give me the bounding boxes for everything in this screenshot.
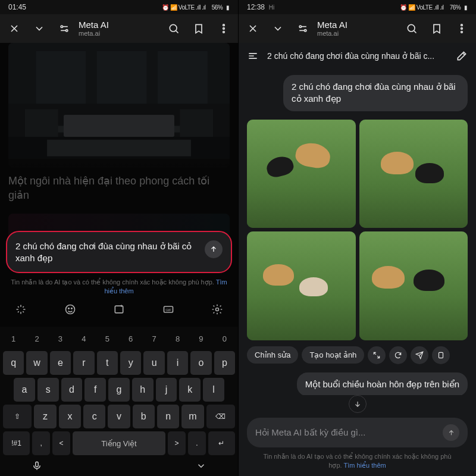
generated-image-3[interactable]	[247, 231, 356, 340]
generated-image-4[interactable]	[359, 231, 468, 340]
search-icon[interactable]	[401, 18, 422, 39]
key-backspace[interactable]: ⌫	[206, 405, 235, 428]
prompt-input-text[interactable]: 2 chú chó đang chơi đùa cùng nhau ở bãi …	[15, 240, 200, 264]
key-space[interactable]: Tiếng Việt	[73, 431, 165, 455]
bookmark-icon[interactable]	[188, 18, 209, 39]
share-icon[interactable]	[411, 346, 428, 364]
suggestion-caption: Một ngôi nhà hiện đại theo phong cách tố…	[8, 174, 230, 203]
image-add-icon[interactable]	[110, 300, 128, 318]
key-0[interactable]: 0	[214, 329, 235, 348]
bookmark-icon[interactable]	[426, 18, 447, 39]
gear-icon[interactable]	[208, 300, 226, 318]
prompt-placeholder: Hỏi Meta AI bất kỳ điều gì...	[255, 427, 438, 438]
key-7[interactable]: 7	[143, 329, 164, 348]
image-actions: Chỉnh sửa Tạo hoạt ảnh	[247, 346, 468, 364]
expand-icon[interactable]	[368, 346, 386, 364]
generated-image-2[interactable]	[359, 120, 468, 228]
key-shift[interactable]: ⇧	[3, 405, 32, 428]
send-button[interactable]	[205, 240, 223, 258]
page-title[interactable]: Meta AI meta.ai	[79, 20, 159, 37]
chevron-down-icon[interactable]	[267, 18, 289, 39]
menu-icon[interactable]	[245, 48, 261, 64]
scroll-to-bottom-button[interactable]	[349, 395, 367, 413]
key-k[interactable]: k	[179, 378, 201, 402]
key-d[interactable]: d	[61, 378, 83, 402]
svg-point-27	[408, 24, 415, 32]
key-a[interactable]: a	[14, 378, 35, 402]
key-9[interactable]: 9	[190, 329, 211, 348]
key-x[interactable]: x	[59, 405, 81, 428]
svg-point-5	[223, 32, 225, 33]
key-v[interactable]: v	[108, 405, 130, 428]
more-menu-icon[interactable]	[213, 18, 234, 39]
edit-button[interactable]: Chỉnh sửa	[247, 346, 298, 364]
key-5[interactable]: 5	[97, 329, 118, 348]
animate-button[interactable]: Tạo hoạt ảnh	[302, 346, 364, 364]
settings-sliders-icon[interactable]	[54, 18, 75, 39]
key-symbols[interactable]: !#1	[3, 431, 30, 455]
chat-composer-area: Hỏi Meta AI bất kỳ điều gì... Tin nhắn l…	[239, 395, 476, 476]
key-m[interactable]: m	[181, 405, 203, 428]
keyboard[interactable]: 1 2 3 4 5 6 7 8 9 0 q w e r t y u i o p …	[0, 327, 238, 476]
chat-content[interactable]: 2 chú chó đang chơi đùa cùng nhau ở bãi …	[239, 69, 476, 395]
key-4[interactable]: 4	[73, 329, 94, 348]
suggestion-image[interactable]	[8, 43, 230, 168]
svg-rect-31	[439, 352, 443, 358]
settings-sliders-icon[interactable]	[292, 18, 314, 39]
close-icon[interactable]	[4, 18, 25, 39]
key-l[interactable]: l	[203, 378, 224, 402]
key-s[interactable]: s	[37, 378, 59, 402]
key-3[interactable]: 3	[50, 329, 71, 348]
mic-icon[interactable]	[32, 461, 42, 474]
key-f[interactable]: f	[84, 378, 106, 402]
regenerate-icon[interactable]	[389, 346, 407, 364]
status-icons: ⏰ 📶 VoLTE .ıll .ıl 76% ▮	[400, 4, 468, 11]
key-i[interactable]: i	[167, 351, 188, 375]
key-lang-prev[interactable]: <	[52, 431, 70, 455]
compose-icon[interactable]	[453, 48, 470, 64]
svg-point-2	[170, 24, 177, 32]
key-y[interactable]: y	[120, 351, 141, 375]
key-1[interactable]: 1	[3, 329, 24, 348]
key-q[interactable]: q	[3, 351, 24, 375]
prompt-input-highlighted[interactable]: 2 chú chó đang chơi đùa cùng nhau ở bãi …	[6, 231, 232, 273]
key-8[interactable]: 8	[167, 329, 188, 348]
key-c[interactable]: c	[83, 405, 105, 428]
prompt-input[interactable]: Hỏi Meta AI bất kỳ điều gì...	[247, 418, 468, 447]
key-j[interactable]: j	[156, 378, 177, 402]
keyboard-collapse-icon[interactable]	[196, 461, 206, 474]
more-menu-icon[interactable]	[451, 18, 472, 39]
key-g[interactable]: g	[108, 378, 130, 402]
key-e[interactable]: e	[50, 351, 71, 375]
key-t[interactable]: t	[97, 351, 118, 375]
key-o[interactable]: o	[190, 351, 211, 375]
key-dot[interactable]: .	[188, 431, 206, 455]
key-2[interactable]: 2	[26, 329, 47, 348]
key-h[interactable]: h	[132, 378, 154, 402]
generated-image-1[interactable]	[247, 120, 356, 228]
chevron-down-icon[interactable]	[29, 18, 50, 39]
svg-point-0	[61, 26, 62, 27]
key-enter[interactable]: ↵	[208, 431, 235, 455]
key-z[interactable]: z	[34, 405, 56, 428]
emoji-icon[interactable]	[61, 300, 79, 318]
key-n[interactable]: n	[157, 405, 179, 428]
phone-right: 12:38 Hi ⏰ 📶 VoLTE .ıll .ıl 76% ▮ Meta A…	[238, 0, 476, 476]
save-icon[interactable]	[432, 346, 450, 364]
close-icon[interactable]	[242, 18, 264, 39]
key-r[interactable]: r	[73, 351, 94, 375]
key-w[interactable]: w	[26, 351, 47, 375]
gif-icon[interactable]: GIF	[159, 300, 177, 318]
key-b[interactable]: b	[133, 405, 155, 428]
search-icon[interactable]	[163, 18, 184, 39]
key-u[interactable]: u	[143, 351, 164, 375]
page-title[interactable]: Meta AI meta.ai	[317, 20, 397, 37]
key-p[interactable]: p	[214, 351, 235, 375]
key-lang-next[interactable]: >	[168, 431, 186, 455]
sparkle-icon[interactable]	[12, 300, 30, 318]
kbd-row-numbers: 1 2 3 4 5 6 7 8 9 0	[2, 329, 236, 348]
key-comma[interactable]: ,	[32, 431, 50, 455]
key-6[interactable]: 6	[120, 329, 141, 348]
send-button[interactable]	[443, 424, 459, 441]
learn-more-link[interactable]: Tìm hiểu thêm	[343, 462, 386, 469]
